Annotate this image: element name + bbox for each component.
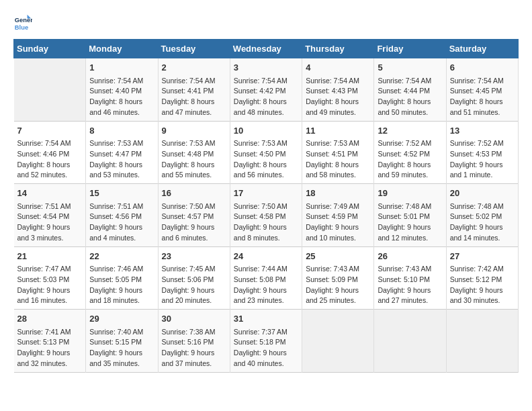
- calendar-cell: 14Sunrise: 7:51 AMSunset: 4:54 PMDayligh…: [14, 184, 86, 247]
- day-number: 3: [234, 61, 298, 75]
- calendar-cell: 29Sunrise: 7:40 AMSunset: 5:15 PMDayligh…: [86, 310, 158, 373]
- day-number: 6: [450, 61, 515, 75]
- header-day-friday: Friday: [374, 40, 446, 58]
- calendar-table: SundayMondayTuesdayWednesdayThursdayFrid…: [13, 39, 519, 373]
- day-number: 27: [450, 250, 515, 263]
- calendar-cell: [374, 310, 446, 373]
- svg-text:Blue: Blue: [15, 24, 28, 31]
- day-info: Sunrise: 7:53 AMSunset: 4:50 PMDaylight:…: [234, 138, 298, 181]
- day-number: 28: [17, 312, 83, 326]
- day-info: Sunrise: 7:46 AMSunset: 5:05 PMDaylight:…: [89, 264, 154, 306]
- calendar-cell: 9Sunrise: 7:53 AMSunset: 4:48 PMDaylight…: [158, 121, 230, 184]
- header-day-sunday: Sunday: [14, 40, 86, 58]
- day-info: Sunrise: 7:51 AMSunset: 4:56 PMDaylight:…: [89, 201, 154, 244]
- day-info: Sunrise: 7:54 AMSunset: 4:41 PMDaylight:…: [162, 76, 226, 118]
- day-number: 12: [378, 124, 442, 138]
- day-info: Sunrise: 7:54 AMSunset: 4:44 PMDaylight:…: [378, 76, 442, 118]
- header-day-saturday: Saturday: [446, 40, 518, 58]
- logo-icon: General Blue: [13, 13, 32, 32]
- day-info: Sunrise: 7:38 AMSunset: 5:16 PMDaylight:…: [162, 327, 226, 369]
- day-info: Sunrise: 7:40 AMSunset: 5:15 PMDaylight:…: [89, 327, 154, 369]
- calendar-week-row: 1Sunrise: 7:54 AMSunset: 4:40 PMDaylight…: [14, 58, 519, 122]
- calendar-cell: 4Sunrise: 7:54 AMSunset: 4:43 PMDaylight…: [302, 58, 374, 122]
- day-number: 14: [17, 187, 83, 200]
- day-number: 19: [378, 187, 442, 200]
- header-day-tuesday: Tuesday: [158, 40, 230, 58]
- day-number: 25: [306, 250, 370, 263]
- calendar-cell: 16Sunrise: 7:50 AMSunset: 4:57 PMDayligh…: [158, 184, 230, 247]
- calendar-cell: 12Sunrise: 7:52 AMSunset: 4:52 PMDayligh…: [374, 121, 446, 184]
- day-number: 17: [234, 187, 298, 200]
- day-info: Sunrise: 7:43 AMSunset: 5:09 PMDaylight:…: [306, 264, 370, 306]
- day-info: Sunrise: 7:51 AMSunset: 4:54 PMDaylight:…: [17, 201, 83, 244]
- calendar-cell: 8Sunrise: 7:53 AMSunset: 4:47 PMDaylight…: [86, 121, 158, 184]
- day-info: Sunrise: 7:41 AMSunset: 5:13 PMDaylight:…: [17, 327, 83, 369]
- day-number: 31: [234, 312, 298, 326]
- day-number: 30: [162, 312, 226, 326]
- calendar-cell: 24Sunrise: 7:44 AMSunset: 5:08 PMDayligh…: [230, 246, 302, 310]
- day-info: Sunrise: 7:45 AMSunset: 5:06 PMDaylight:…: [162, 264, 226, 306]
- day-info: Sunrise: 7:48 AMSunset: 5:01 PMDaylight:…: [378, 201, 442, 244]
- day-info: Sunrise: 7:49 AMSunset: 4:59 PMDaylight:…: [306, 201, 370, 244]
- calendar-cell: 11Sunrise: 7:53 AMSunset: 4:51 PMDayligh…: [302, 121, 374, 184]
- header-day-monday: Monday: [86, 40, 158, 58]
- calendar-week-row: 21Sunrise: 7:47 AMSunset: 5:03 PMDayligh…: [14, 246, 519, 310]
- day-info: Sunrise: 7:53 AMSunset: 4:51 PMDaylight:…: [306, 138, 370, 181]
- calendar-cell: 20Sunrise: 7:48 AMSunset: 5:02 PMDayligh…: [446, 184, 518, 247]
- header-day-wednesday: Wednesday: [230, 40, 302, 58]
- day-info: Sunrise: 7:52 AMSunset: 4:52 PMDaylight:…: [378, 138, 442, 181]
- day-number: 10: [234, 124, 298, 138]
- day-info: Sunrise: 7:42 AMSunset: 5:12 PMDaylight:…: [450, 264, 515, 306]
- day-info: Sunrise: 7:44 AMSunset: 5:08 PMDaylight:…: [234, 264, 298, 306]
- calendar-cell: [446, 310, 518, 373]
- calendar-cell: 18Sunrise: 7:49 AMSunset: 4:59 PMDayligh…: [302, 184, 374, 247]
- day-number: 20: [450, 187, 515, 200]
- day-number: 2: [162, 61, 226, 75]
- calendar-cell: [14, 58, 86, 122]
- day-number: 1: [89, 61, 154, 75]
- day-info: Sunrise: 7:48 AMSunset: 5:02 PMDaylight:…: [450, 201, 515, 244]
- day-number: 7: [17, 124, 83, 138]
- day-info: Sunrise: 7:50 AMSunset: 4:57 PMDaylight:…: [162, 201, 226, 244]
- day-info: Sunrise: 7:52 AMSunset: 4:53 PMDaylight:…: [450, 138, 515, 181]
- header-day-thursday: Thursday: [302, 40, 374, 58]
- calendar-cell: 25Sunrise: 7:43 AMSunset: 5:09 PMDayligh…: [302, 246, 374, 310]
- calendar-cell: 22Sunrise: 7:46 AMSunset: 5:05 PMDayligh…: [86, 246, 158, 310]
- calendar-week-row: 28Sunrise: 7:41 AMSunset: 5:13 PMDayligh…: [14, 310, 519, 373]
- day-info: Sunrise: 7:54 AMSunset: 4:42 PMDaylight:…: [234, 76, 298, 118]
- day-number: 22: [89, 250, 154, 263]
- day-number: 15: [89, 187, 154, 200]
- day-number: 23: [162, 250, 226, 263]
- day-info: Sunrise: 7:54 AMSunset: 4:40 PMDaylight:…: [89, 76, 154, 118]
- day-number: 16: [162, 187, 226, 200]
- day-number: 9: [162, 124, 226, 138]
- calendar-cell: 10Sunrise: 7:53 AMSunset: 4:50 PMDayligh…: [230, 121, 302, 184]
- calendar-cell: 26Sunrise: 7:43 AMSunset: 5:10 PMDayligh…: [374, 246, 446, 310]
- calendar-cell: 23Sunrise: 7:45 AMSunset: 5:06 PMDayligh…: [158, 246, 230, 310]
- calendar-week-row: 7Sunrise: 7:54 AMSunset: 4:46 PMDaylight…: [14, 121, 519, 184]
- calendar-cell: 6Sunrise: 7:54 AMSunset: 4:45 PMDaylight…: [446, 58, 518, 122]
- day-info: Sunrise: 7:53 AMSunset: 4:47 PMDaylight:…: [89, 138, 154, 181]
- day-info: Sunrise: 7:37 AMSunset: 5:18 PMDaylight:…: [234, 327, 298, 369]
- calendar-cell: 15Sunrise: 7:51 AMSunset: 4:56 PMDayligh…: [86, 184, 158, 247]
- day-info: Sunrise: 7:47 AMSunset: 5:03 PMDaylight:…: [17, 264, 83, 306]
- calendar-cell: 27Sunrise: 7:42 AMSunset: 5:12 PMDayligh…: [446, 246, 518, 310]
- day-number: 21: [17, 250, 83, 263]
- calendar-cell: 13Sunrise: 7:52 AMSunset: 4:53 PMDayligh…: [446, 121, 518, 184]
- calendar-cell: 30Sunrise: 7:38 AMSunset: 5:16 PMDayligh…: [158, 310, 230, 373]
- day-number: 29: [89, 312, 154, 326]
- calendar-cell: 21Sunrise: 7:47 AMSunset: 5:03 PMDayligh…: [14, 246, 86, 310]
- calendar-cell: 1Sunrise: 7:54 AMSunset: 4:40 PMDaylight…: [86, 58, 158, 122]
- day-number: 13: [450, 124, 515, 138]
- calendar-cell: 17Sunrise: 7:50 AMSunset: 4:58 PMDayligh…: [230, 184, 302, 247]
- calendar-cell: 3Sunrise: 7:54 AMSunset: 4:42 PMDaylight…: [230, 58, 302, 122]
- day-number: 18: [306, 187, 370, 200]
- calendar-cell: 2Sunrise: 7:54 AMSunset: 4:41 PMDaylight…: [158, 58, 230, 122]
- calendar-week-row: 14Sunrise: 7:51 AMSunset: 4:54 PMDayligh…: [14, 184, 519, 247]
- day-info: Sunrise: 7:53 AMSunset: 4:48 PMDaylight:…: [162, 138, 226, 181]
- day-number: 5: [378, 61, 442, 75]
- day-info: Sunrise: 7:54 AMSunset: 4:46 PMDaylight:…: [17, 138, 83, 181]
- page-header: General Blue: [13, 13, 519, 32]
- day-number: 11: [306, 124, 370, 138]
- calendar-cell: 19Sunrise: 7:48 AMSunset: 5:01 PMDayligh…: [374, 184, 446, 247]
